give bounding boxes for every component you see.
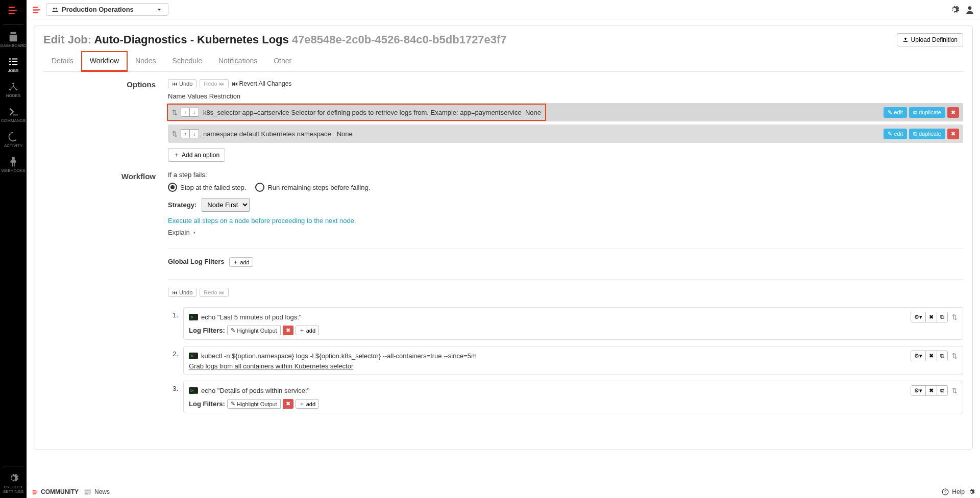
step-row: 3. >_ echo "Details of pods within servi…: [168, 381, 963, 413]
sidebar-item-label: Activity: [4, 143, 22, 148]
gear-icon[interactable]: [949, 5, 960, 15]
step-number: 1.: [168, 307, 178, 319]
radio-stop-failed[interactable]: Stop at the failed step.: [168, 183, 246, 192]
step-copy-button[interactable]: ⧉: [937, 312, 947, 322]
sidebar-item-label: Project Settings: [3, 485, 23, 494]
move-down-button[interactable]: ↓: [190, 129, 199, 138]
app-logo-footer-icon: [32, 488, 39, 495]
option-row: ⇅ ↑ ↓ k8s_selector app=cartservice Selec…: [168, 103, 963, 121]
strategy-description[interactable]: Execute all steps on a node before proce…: [168, 217, 963, 225]
group-icon: [52, 6, 59, 13]
step-number: 2.: [168, 346, 178, 358]
steps-redo-button[interactable]: Redo⏭: [200, 288, 228, 297]
project-selector[interactable]: Production Operations: [46, 3, 168, 16]
sidebar-item-jobs[interactable]: Jobs: [0, 52, 27, 77]
tab-schedule[interactable]: Schedule: [164, 52, 210, 71]
step-settings-button[interactable]: ⚙▾: [911, 386, 926, 395]
strategy-label: Strategy:: [168, 201, 197, 209]
undo-button[interactable]: ⏮Undo: [168, 79, 197, 88]
drag-handle-icon[interactable]: ⇅: [952, 387, 958, 394]
add-global-filter-button[interactable]: ＋add: [229, 257, 253, 267]
sidebar-item-nodes[interactable]: Nodes: [0, 77, 27, 102]
drag-handle-icon[interactable]: ⇅: [172, 130, 178, 138]
sidebar-item-dashboard[interactable]: Dashboard: [0, 27, 27, 52]
tab-notifications[interactable]: Notifications: [210, 52, 265, 71]
step-description[interactable]: Grab logs from all containers within Kub…: [189, 362, 958, 370]
edit-option-button[interactable]: ✎edit: [884, 129, 907, 139]
tab-nodes[interactable]: Nodes: [127, 52, 164, 71]
add-filter-button[interactable]: ＋add: [296, 399, 319, 409]
upload-icon: [902, 37, 909, 43]
footer-news-link[interactable]: News: [94, 488, 110, 495]
step-command[interactable]: kubectl -n ${option.namespace} logs -l $…: [201, 352, 477, 360]
option-text[interactable]: namespace default Kubernetes namespace. …: [203, 130, 353, 138]
footer-help-link[interactable]: Help: [952, 488, 965, 495]
step-delete-button[interactable]: ✖: [926, 312, 937, 322]
step-copy-button[interactable]: ⧉: [937, 386, 947, 395]
help-icon: ?: [942, 488, 949, 495]
drag-handle-icon[interactable]: ⇅: [172, 109, 178, 116]
edit-option-button[interactable]: ✎edit: [884, 107, 907, 118]
tabs: Details Workflow Nodes Schedule Notifica…: [43, 52, 963, 72]
step-row: 1. >_ echo "Last 5 minutes of pod logs:"…: [168, 307, 963, 340]
tab-workflow[interactable]: Workflow: [82, 52, 127, 71]
upload-definition-button[interactable]: Upload Definition: [897, 33, 963, 46]
options-subheader: Name Values Restriction: [168, 92, 963, 100]
sidebar: Dashboard Jobs Nodes Commands Activity W…: [0, 0, 27, 498]
steps-undo-button[interactable]: ⏮Undo: [168, 288, 197, 297]
add-option-button[interactable]: ＋Add an option: [168, 148, 225, 162]
option-text[interactable]: k8s_selector app=cartservice Selector fo…: [203, 109, 541, 116]
tab-details[interactable]: Details: [43, 52, 82, 71]
svg-point-4: [56, 7, 58, 9]
revert-all-link[interactable]: ⏮Revert All Changes: [232, 80, 292, 87]
move-up-button[interactable]: ↑: [181, 108, 190, 117]
explain-toggle[interactable]: Explain: [168, 229, 197, 236]
sidebar-item-label: Nodes: [6, 93, 20, 98]
step-settings-button[interactable]: ⚙▾: [911, 351, 926, 361]
user-icon[interactable]: [965, 5, 975, 15]
chevron-down-icon: [156, 6, 163, 13]
gear-icon[interactable]: [968, 488, 975, 495]
duplicate-option-button[interactable]: ⧉duplicate: [909, 107, 945, 118]
sidebar-item-activity[interactable]: Activity: [0, 127, 27, 152]
radio-icon: [255, 183, 264, 192]
move-down-button[interactable]: ↓: [190, 108, 199, 117]
sidebar-item-label: Webhooks: [1, 168, 25, 173]
step-settings-button[interactable]: ⚙▾: [911, 312, 926, 322]
move-up-button[interactable]: ↑: [181, 129, 190, 138]
app-logo-icon: [7, 4, 19, 16]
step-delete-button[interactable]: ✖: [926, 351, 937, 361]
sidebar-item-label: Jobs: [8, 68, 19, 73]
step-row: 2. >_ kubectl -n ${option.namespace} log…: [168, 346, 963, 375]
radio-icon: [168, 183, 177, 192]
drag-handle-icon[interactable]: ⇅: [952, 352, 958, 360]
radio-run-remaining[interactable]: Run remaining steps before failing.: [255, 183, 370, 192]
svg-text:?: ?: [944, 489, 947, 494]
drag-handle-icon[interactable]: ⇅: [952, 313, 958, 321]
delete-option-button[interactable]: ✖: [947, 107, 959, 118]
sidebar-item-label: Commands: [1, 118, 26, 123]
sidebar-item-webhooks[interactable]: Webhooks: [0, 152, 27, 177]
svg-point-2: [16, 89, 18, 91]
step-number: 3.: [168, 381, 178, 392]
option-row: ⇅ ↑ ↓ namespace default Kubernetes names…: [168, 124, 963, 143]
highlight-output-chip[interactable]: ✎Highlight Output: [227, 326, 281, 335]
duplicate-option-button[interactable]: ⧉duplicate: [909, 129, 945, 139]
add-filter-button[interactable]: ＋add: [296, 326, 319, 335]
svg-point-5: [968, 6, 972, 10]
sidebar-item-commands[interactable]: Commands: [0, 102, 27, 127]
delete-option-button[interactable]: ✖: [947, 129, 959, 139]
step-delete-button[interactable]: ✖: [926, 386, 937, 395]
step-command[interactable]: echo "Last 5 minutes of pod logs:": [201, 313, 301, 321]
highlight-output-chip[interactable]: ✎Highlight Output: [227, 399, 281, 409]
terminal-icon: >_: [189, 387, 198, 394]
chevron-right-icon: [192, 230, 197, 235]
step-command[interactable]: echo "Details of pods within service:": [201, 387, 309, 394]
remove-filter-button[interactable]: ✖: [283, 326, 293, 335]
step-copy-button[interactable]: ⧉: [937, 351, 947, 361]
tab-other[interactable]: Other: [265, 52, 300, 71]
sidebar-item-project-settings[interactable]: Project Settings: [0, 468, 27, 498]
redo-button[interactable]: Redo⏭: [200, 79, 228, 88]
remove-filter-button[interactable]: ✖: [283, 399, 293, 409]
strategy-select[interactable]: Node First: [202, 198, 250, 212]
